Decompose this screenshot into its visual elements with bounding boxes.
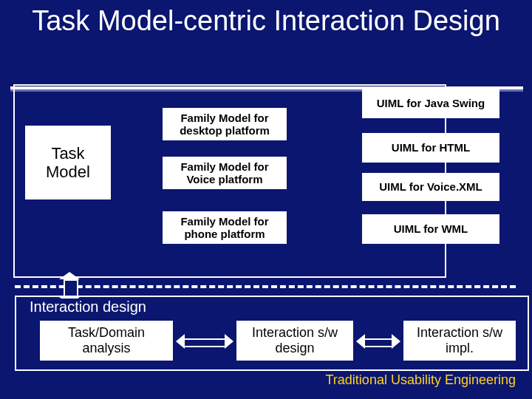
task-domain-analysis-box: Task/Domain analysis <box>40 321 173 361</box>
slide-title: Task Model-centric Interaction Design <box>0 0 532 37</box>
interaction-design-label: Interaction design <box>27 299 149 316</box>
task-model-box: Task Model <box>25 126 111 200</box>
dashed-separator <box>15 285 516 288</box>
footer-note: Traditional Usability Engineering <box>326 372 516 388</box>
interaction-sw-design-box: Interaction s/w design <box>236 321 353 361</box>
uiml-html-box: UIML for HTML <box>362 133 499 163</box>
arrow-icon <box>356 337 400 347</box>
slide: Task Model-centric Interaction Design Ta… <box>0 0 532 399</box>
uiml-wml-box: UIML for WML <box>362 214 499 244</box>
uiml-voicexml-box: UIML for Voice.XML <box>362 173 499 201</box>
family-model-voice-box: Family Model for Voice platform <box>163 157 287 189</box>
family-model-desktop-box: Family Model for desktop platform <box>163 108 287 140</box>
interaction-sw-impl-box: Interaction s/w impl. <box>403 321 516 361</box>
arrow-icon <box>176 337 233 347</box>
uiml-java-swing-box: UIML for Java Swing <box>362 89 499 118</box>
family-model-phone-box: Family Model for phone platform <box>163 211 287 244</box>
